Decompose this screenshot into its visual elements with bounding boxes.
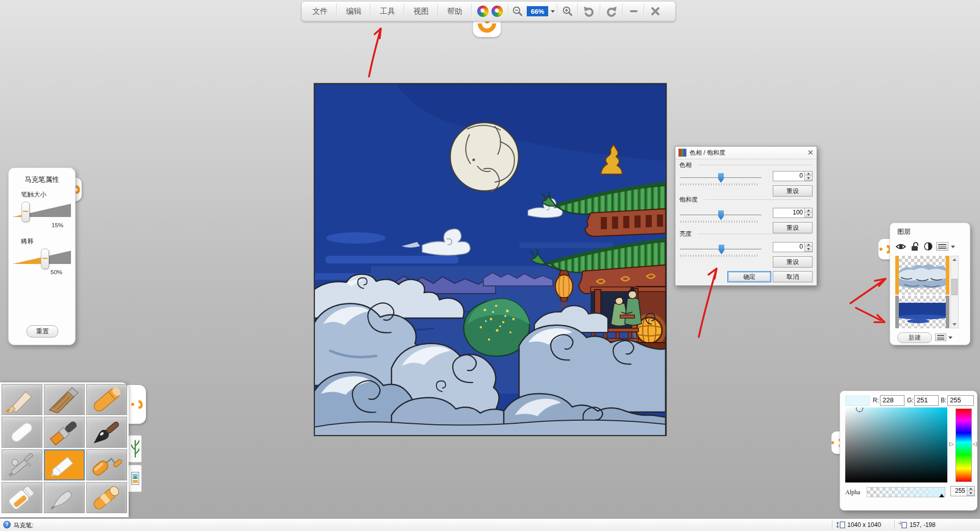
brush-flat[interactable] [44, 417, 85, 448]
zoom-level-combo[interactable]: 66% [526, 2, 549, 21]
redo-arrow-icon [605, 5, 618, 17]
zoom-in-button[interactable] [558, 2, 577, 21]
layers-bottom-caret-icon[interactable] [948, 336, 952, 339]
hue-value-input[interactable] [773, 172, 803, 180]
ink-brush-icon [88, 419, 126, 446]
brush-ink[interactable] [86, 417, 127, 448]
cancel-button[interactable]: 取消 [773, 271, 813, 282]
brightness-value-input[interactable] [773, 243, 803, 251]
hue-slider-thumb[interactable] [718, 173, 724, 183]
color-picker-panel: R: G: B: ▷ ◁ Alpha [840, 391, 977, 511]
menu-tools[interactable]: 工具 [371, 2, 404, 21]
close-button[interactable] [645, 2, 666, 21]
alpha-slider[interactable] [867, 487, 945, 497]
menu-file[interactable]: 文件 [304, 2, 336, 21]
layers-scrollbar[interactable] [950, 256, 959, 328]
dilution-slider-thumb[interactable] [41, 249, 49, 269]
red-input[interactable] [880, 396, 906, 404]
brightness-label: 亮度 [679, 230, 692, 238]
brightness-slider-thumb[interactable] [719, 245, 724, 254]
green-input[interactable] [915, 396, 940, 404]
brush-fine-pen[interactable] [44, 482, 85, 513]
ok-button[interactable]: 确定 [727, 271, 771, 282]
drawing-canvas[interactable] [314, 83, 667, 436]
color-cursor-icon[interactable] [856, 407, 863, 412]
hue-bar[interactable] [955, 408, 972, 482]
palette-panel-tab[interactable] [128, 385, 146, 424]
hue-reset-button[interactable]: 重设 [773, 185, 813, 197]
current-color-swatch [845, 396, 870, 406]
dialog-title: 色相 / 饱和度 [690, 149, 725, 157]
brush-chalk[interactable] [2, 417, 42, 448]
zoom-out-button[interactable] [509, 2, 526, 21]
brush-wax-crayon[interactable] [86, 482, 127, 513]
layer-lock-icon[interactable] [911, 242, 920, 251]
brightness-value-box[interactable] [773, 242, 813, 252]
dilution-slider[interactable] [13, 248, 71, 269]
menu-view[interactable]: 视图 [405, 2, 437, 21]
green-field[interactable] [914, 395, 939, 406]
layers-bottom-menu-button[interactable] [935, 333, 946, 341]
blue-field[interactable] [947, 395, 974, 406]
hue-arrow-right-icon[interactable]: ◁ [972, 441, 976, 447]
saturation-value-input[interactable] [773, 208, 803, 216]
brush-paint-bottle[interactable] [2, 482, 42, 513]
redo-button[interactable] [601, 2, 622, 21]
dialog-close-icon[interactable]: ✕ [807, 149, 814, 156]
tab-dot-icon [879, 248, 883, 251]
alpha-input[interactable] [951, 487, 965, 495]
bamboo-tool-button[interactable] [128, 435, 142, 463]
hue-value-box[interactable] [773, 171, 813, 181]
dialog-titlebar[interactable]: 色相 / 饱和度 ✕ [675, 147, 817, 159]
hue-saturation-dialog: 色相 / 饱和度 ✕ 色相 重设 饱和度 重设 亮度 [675, 146, 817, 286]
layer-visibility-eye-icon[interactable] [895, 243, 906, 251]
arrow-to-layer1 [850, 281, 882, 303]
divider [698, 234, 811, 234]
saturation-slider-thumb[interactable] [718, 210, 724, 220]
undo-button[interactable] [578, 2, 600, 21]
brush-crayon[interactable] [86, 384, 127, 415]
saturation-value-box[interactable] [773, 208, 813, 218]
scrollbar-thumb[interactable] [951, 279, 958, 295]
brightness-reset-button[interactable]: 重设 [773, 256, 813, 268]
brush-size-slider-thumb[interactable] [21, 202, 30, 222]
alpha-label: Alpha [845, 489, 860, 496]
red-field[interactable] [880, 395, 904, 406]
brush-marker-selected[interactable] [44, 449, 85, 480]
brush-wood[interactable] [44, 384, 85, 415]
brightness-slider-ticks [680, 255, 759, 257]
hue-arrow-left-icon[interactable]: ▷ [949, 441, 953, 447]
menu-help[interactable]: 帮助 [438, 2, 471, 21]
scroll-up-icon[interactable] [951, 256, 958, 263]
menu-edit[interactable]: 编辑 [337, 2, 370, 21]
saturation-reset-button[interactable]: 重设 [773, 222, 813, 233]
brush-size-slider[interactable] [13, 201, 71, 222]
alpha-value-box[interactable] [950, 486, 975, 496]
cursor-position-value: 157, -198 [910, 521, 936, 528]
layer-item-selected[interactable] [895, 256, 949, 295]
alpha-pointer-icon[interactable] [939, 494, 944, 497]
layer-menu-caret-icon[interactable] [951, 246, 955, 248]
blue-input[interactable] [948, 396, 975, 404]
marker-reset-button[interactable]: 重置 [27, 325, 58, 337]
brush-roller[interactable] [86, 449, 127, 480]
saturation-value-picker[interactable] [845, 407, 947, 482]
layer-menu-button[interactable] [936, 242, 948, 251]
new-layer-button[interactable]: 新建 [897, 332, 932, 343]
saturation-spinner[interactable] [804, 208, 812, 218]
layer-opacity-icon[interactable] [924, 242, 933, 251]
layer-item[interactable] [895, 296, 949, 328]
scroll-down-icon[interactable] [951, 321, 958, 328]
alpha-spinner[interactable] [967, 487, 974, 496]
mascot-smile-icon [478, 23, 496, 33]
picture-tool-button[interactable] [128, 465, 142, 492]
chalk-icon [3, 419, 41, 446]
hue-spinner[interactable] [804, 172, 812, 181]
help-icon: ? [3, 521, 11, 528]
brush-airbrush[interactable] [2, 449, 42, 480]
brightness-spinner[interactable] [804, 243, 812, 252]
zoom-dropdown-button[interactable] [549, 2, 557, 21]
minimize-button[interactable] [623, 2, 644, 21]
brush-pencil[interactable] [2, 384, 42, 415]
wood-brush-icon [45, 387, 83, 413]
